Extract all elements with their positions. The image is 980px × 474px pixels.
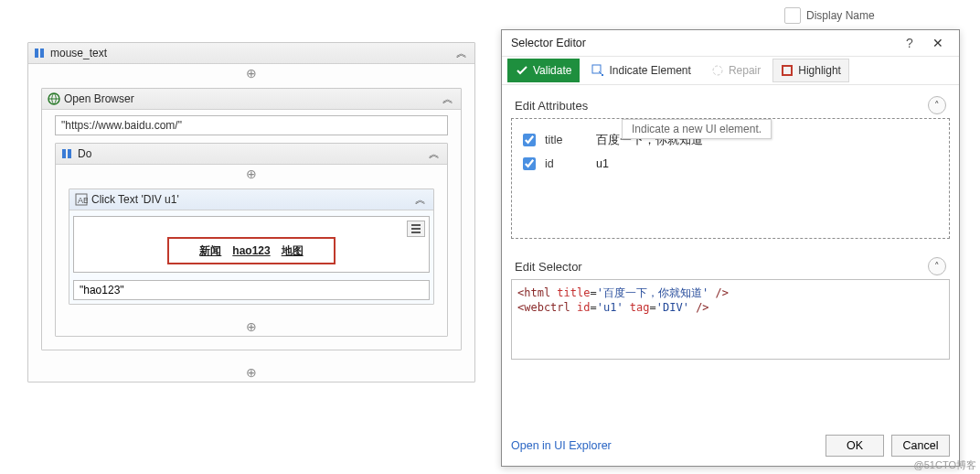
browser-url-input[interactable] [55, 115, 448, 135]
attribute-value: 百度一下，你就知道 [596, 133, 703, 148]
svg-rect-4 [68, 149, 71, 158]
highlight-icon [781, 64, 794, 77]
open-browser-title: Open Browser [64, 92, 441, 105]
preview-menu-button[interactable] [407, 221, 425, 237]
indicate-icon [591, 64, 604, 77]
svg-point-8 [713, 66, 722, 75]
attributes-box: title 百度一下，你就知道 id u1 [511, 118, 950, 239]
click-text-icon: AB [75, 193, 88, 206]
add-before-placeholder[interactable]: ⊕ [28, 64, 474, 82]
attribute-row[interactable]: title 百度一下，你就知道 [521, 128, 940, 152]
add-after-placeholder[interactable]: ⊕ [28, 363, 474, 382]
svg-rect-1 [40, 48, 44, 58]
svg-rect-9 [783, 66, 792, 75]
cancel-button[interactable]: Cancel [891, 435, 950, 457]
preview-link: hao123 [232, 244, 270, 257]
attribute-checkbox[interactable] [523, 157, 536, 170]
click-text-card[interactable]: AB Click Text 'DIV u1' ︽ 新闻 [69, 189, 434, 305]
collapse-icon[interactable]: ︽ [427, 146, 442, 162]
indicate-element-button[interactable]: Indicate Element [583, 59, 698, 82]
open-browser-card[interactable]: Open Browser ︽ Do ︽ [41, 88, 462, 350]
display-name-label: Display Name [806, 9, 978, 22]
collapse-icon[interactable]: ︽ [413, 192, 428, 208]
validate-label: Validate [533, 64, 571, 77]
collapse-attributes-button[interactable]: ˄ [928, 96, 946, 114]
repair-button: Repair [703, 59, 769, 82]
attribute-row[interactable]: id u1 [521, 152, 940, 176]
attribute-value: u1 [596, 157, 609, 170]
selector-editor-dialog: Selector Editor ? ✕ Validate Indicate El… [501, 29, 960, 467]
click-text-value-input[interactable] [73, 280, 430, 300]
help-button[interactable]: ? [897, 36, 922, 50]
sequence-title: mouse_text [50, 47, 454, 59]
preview-link: 新闻 [199, 243, 221, 259]
add-before-placeholder[interactable]: ⊕ [56, 165, 447, 183]
target-preview: 新闻 hao123 地图 [73, 216, 430, 273]
highlight-label: Highlight [798, 64, 841, 77]
sequence-icon [61, 147, 74, 160]
properties-panel: Display Name [784, 5, 978, 26]
edit-attributes-heading: Edit Attributes [515, 99, 928, 113]
preview-link: 地图 [282, 243, 304, 259]
add-after-placeholder[interactable]: ⊕ [56, 318, 447, 336]
indicate-label: Indicate Element [609, 64, 690, 77]
validate-button[interactable]: Validate [507, 59, 580, 82]
do-title: Do [78, 147, 427, 160]
highlight-button[interactable]: Highlight [772, 59, 849, 82]
open-ui-explorer-link[interactable]: Open in UI Explorer [511, 439, 818, 452]
display-name-expand[interactable] [784, 7, 801, 24]
attribute-name: id [545, 157, 596, 170]
do-card[interactable]: Do ︽ ⊕ AB [55, 143, 448, 337]
edit-selector-heading: Edit Selector [515, 260, 928, 274]
watermark: @51CTO博客 [914, 458, 976, 472]
sequence-icon [34, 47, 47, 59]
collapse-selector-button[interactable]: ˄ [928, 257, 946, 275]
check-icon [516, 64, 528, 77]
svg-rect-0 [35, 48, 38, 58]
collapse-icon[interactable]: ︽ [441, 92, 455, 107]
close-button[interactable]: ✕ [922, 36, 953, 50]
browser-icon [48, 92, 60, 105]
dialog-title: Selector Editor [511, 37, 897, 49]
collapse-icon[interactable]: ︽ [454, 46, 469, 61]
repair-label: Repair [729, 64, 761, 77]
dialog-toolbar: Validate Indicate Element Repair Highlig… [502, 56, 959, 85]
sequence-card[interactable]: mouse_text ︽ ⊕ Open Browser ︽ [27, 42, 475, 382]
target-thumbnail: 新闻 hao123 地图 [167, 237, 336, 264]
svg-text:AB: AB [78, 196, 88, 205]
attribute-checkbox[interactable] [523, 134, 536, 146]
attribute-name: title [545, 134, 596, 146]
svg-rect-3 [62, 149, 66, 158]
selector-textarea[interactable]: <html title='百度一下，你就知道' /><webctrl id='u… [511, 279, 950, 360]
click-text-title: Click Text 'DIV u1' [91, 193, 413, 206]
repair-icon [711, 64, 724, 77]
ok-button[interactable]: OK [826, 435, 884, 457]
